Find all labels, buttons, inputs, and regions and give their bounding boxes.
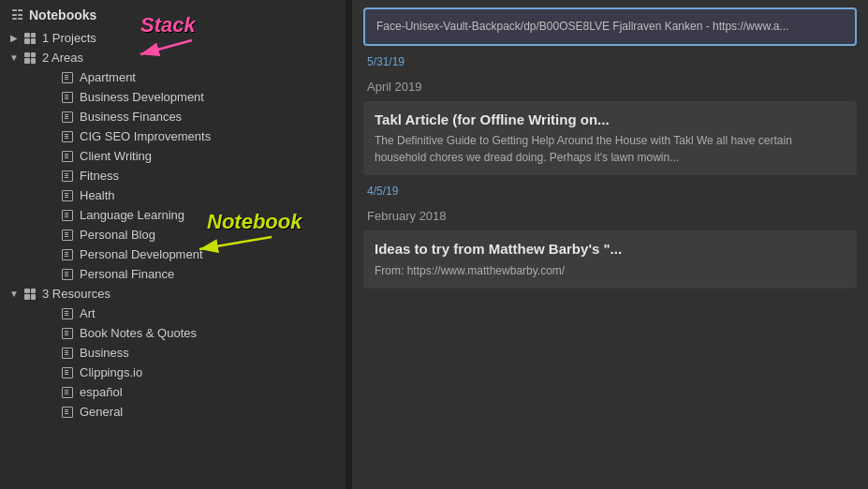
areas-label: 2 Areas (42, 51, 83, 65)
business-label: Business (80, 346, 129, 360)
notebook-icon-client-writing (60, 151, 75, 162)
sidebar-item-apartment[interactable]: Apartment (0, 67, 346, 87)
notebook-icon-fitness (60, 170, 75, 182)
sidebar-item-cig-seo[interactable]: CIG SEO Improvements (0, 126, 346, 146)
language-learning-label: Language Learning (80, 208, 184, 222)
fitness-label: Fitness (80, 169, 119, 183)
notebook-icon-espanol (60, 387, 75, 398)
sidebar-item-business[interactable]: Business (0, 343, 346, 363)
matthew-body: From: https://www.matthewbarby.com/ (375, 262, 846, 279)
notebook-icon-business (60, 348, 75, 359)
sidebar-item-business-fin[interactable]: Business Finances (0, 107, 346, 126)
notebook-icon-language-learning (60, 210, 75, 221)
sidebar-item-clippings[interactable]: Clippings.io (0, 363, 346, 382)
sidebar: ☷ Notebooks ▶ 1 Projects ▼ 2 Areas (0, 0, 346, 489)
sidebar-item-client-writing[interactable]: Client Writing (0, 146, 346, 166)
sidebar-item-projects[interactable]: ▶ 1 Projects (0, 28, 346, 48)
sidebar-panel: ☷ Notebooks ▶ 1 Projects ▼ 2 Areas (0, 0, 346, 489)
clippings-label: Clippings.io (80, 365, 142, 379)
cig-seo-label: CIG SEO Improvements (80, 129, 211, 143)
sidebar-item-espanol[interactable]: español (0, 382, 346, 402)
espanol-label: español (80, 385, 123, 399)
sidebar-item-general[interactable]: General (0, 402, 346, 422)
stack-icon-areas (22, 52, 37, 64)
personal-blog-label: Personal Blog (80, 228, 155, 242)
notebook-icon-cig-seo (60, 131, 75, 142)
sidebar-item-book-notes[interactable]: Book Notes & Quotes (0, 323, 346, 343)
client-writing-label: Client Writing (80, 149, 152, 163)
date-note1: 4/5/19 (352, 179, 868, 201)
sidebar-header: ☷ Notebooks (0, 0, 346, 28)
section-april: April 2019 (352, 72, 868, 97)
note-card-top[interactable]: Face-Unisex-Vault-Backpack/dp/B00OSE8LVE… (363, 7, 857, 46)
projects-label: 1 Projects (42, 31, 96, 45)
takl-title: Takl Article (for Offline Writing on... (375, 111, 846, 129)
notebook-icon-health (60, 190, 75, 201)
notebook-icon-apartment (60, 72, 75, 83)
sidebar-item-health[interactable]: Health (0, 185, 346, 205)
notebook-icon-personal-dev (60, 249, 75, 260)
note-card-matthew[interactable]: Ideas to try from Matthew Barby's "... F… (363, 230, 857, 289)
notebook-icon-personal-fin (60, 269, 75, 280)
notebook-icon-art (60, 308, 75, 319)
notebook-icon-business-dev (60, 92, 75, 103)
toggle-projects: ▶ (7, 33, 21, 43)
art-label: Art (80, 306, 96, 320)
notebook-icon-clippings (60, 367, 75, 378)
date-top: 5/31/19 (352, 50, 868, 72)
sidebar-scroll[interactable]: ▶ 1 Projects ▼ 2 Areas Apart (0, 28, 346, 489)
personal-fin-label: Personal Finance (80, 267, 174, 281)
notebook-icon-book-notes (60, 328, 75, 339)
resources-label: 3 Resources (42, 287, 110, 301)
takl-body: The Definitive Guide to Getting Help Aro… (375, 132, 846, 166)
sidebar-item-personal-dev[interactable]: Personal Development (0, 244, 346, 264)
note-card-top-url: Face-Unisex-Vault-Backpack/dp/B00OSE8LVE… (376, 19, 844, 35)
section-feb: February 2018 (352, 201, 868, 227)
matthew-title: Ideas to try from Matthew Barby's "... (375, 240, 846, 259)
sidebar-item-personal-blog[interactable]: Personal Blog (0, 225, 346, 244)
sidebar-title: Notebooks (29, 7, 96, 22)
note-card-takl[interactable]: Takl Article (for Offline Writing on... … (363, 101, 857, 176)
sidebar-item-art[interactable]: Art (0, 304, 346, 323)
apartment-label: Apartment (80, 70, 136, 84)
toggle-areas: ▼ (7, 52, 21, 63)
book-notes-label: Book Notes & Quotes (80, 326, 197, 340)
sidebar-item-fitness[interactable]: Fitness (0, 166, 346, 185)
personal-dev-label: Personal Development (80, 247, 203, 261)
general-label: General (80, 405, 123, 419)
sidebar-item-areas[interactable]: ▼ 2 Areas (0, 48, 346, 67)
sidebar-item-language-learning[interactable]: Language Learning (0, 205, 346, 225)
business-fin-label: Business Finances (80, 110, 182, 124)
toggle-resources: ▼ (7, 289, 21, 299)
notebook-icon-business-fin (60, 111, 75, 123)
notebook-icon-personal-blog (60, 230, 75, 241)
health-label: Health (80, 188, 115, 202)
notebooks-icon: ☷ (11, 7, 23, 22)
business-dev-label: Business Development (80, 90, 204, 104)
sidebar-item-business-dev[interactable]: Business Development (0, 87, 346, 107)
main-content[interactable]: Face-Unisex-Vault-Backpack/dp/B00OSE8LVE… (352, 0, 868, 489)
stack-icon-projects (22, 33, 37, 44)
notebook-icon-general (60, 407, 75, 418)
stack-icon-resources (22, 289, 37, 300)
sidebar-item-resources[interactable]: ▼ 3 Resources (0, 284, 346, 304)
sidebar-item-personal-fin[interactable]: Personal Finance (0, 264, 346, 284)
